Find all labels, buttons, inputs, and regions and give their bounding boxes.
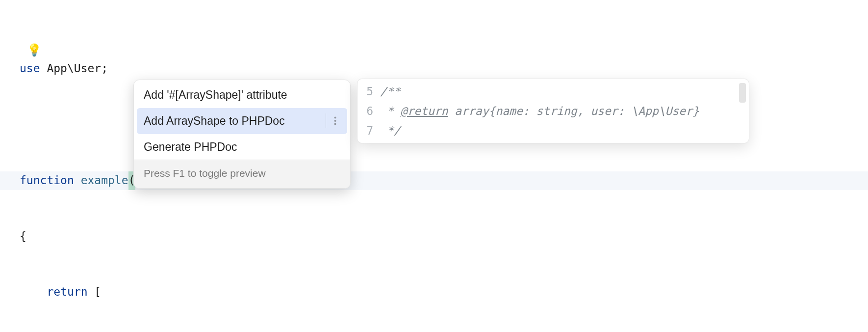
- intention-label: Generate PHPDoc: [144, 138, 237, 156]
- preview-text: */: [380, 122, 401, 140]
- line-number: 5: [357, 83, 380, 101]
- popup-hint: Press F1 to toggle preview: [134, 160, 350, 188]
- keyword-use: use: [20, 62, 40, 75]
- intention-item-arrayshape-attr[interactable]: Add '#[ArrayShape]' attribute: [134, 80, 350, 108]
- line-number: 6: [357, 102, 380, 121]
- phpdoc-tag: @return: [401, 105, 448, 117]
- function-name: example: [74, 174, 128, 187]
- intention-label: Add ArrayShape to PHPDoc: [144, 112, 285, 130]
- line-number: 7: [357, 122, 380, 140]
- preview-panel: 5 /** 6 * @return array{name: string, us…: [357, 79, 749, 143]
- preview-line: 7 */: [357, 121, 749, 141]
- intention-item-generate-phpdoc[interactable]: Generate PHPDoc: [134, 134, 350, 160]
- code-line: function example(): array: [0, 171, 868, 190]
- svg-point-1: [334, 120, 336, 122]
- lightbulb-icon[interactable]: 💡: [27, 41, 42, 60]
- preview-text: * @return array{name: string, user: \App…: [380, 102, 699, 121]
- preview-line: 6 * @return array{name: string, user: \A…: [357, 102, 749, 121]
- code-line: return [: [0, 283, 868, 302]
- code-line: use App\User;: [0, 59, 868, 78]
- intention-label: Add '#[ArrayShape]' attribute: [144, 86, 287, 104]
- keyword-return: return: [47, 285, 87, 298]
- namespace: App\User;: [40, 62, 108, 75]
- intention-item-arrayshape-phpdoc[interactable]: Add ArrayShape to PHPDoc: [137, 108, 347, 134]
- preview-line: 5 /**: [357, 82, 749, 102]
- more-actions-icon[interactable]: [326, 113, 344, 128]
- keyword-function: function: [20, 174, 74, 187]
- svg-point-2: [334, 123, 336, 125]
- intention-popup: Add '#[ArrayShape]' attribute Add ArrayS…: [133, 80, 351, 189]
- scrollbar-thumb[interactable]: [739, 83, 746, 103]
- svg-point-0: [334, 117, 336, 119]
- code-line: {: [0, 227, 868, 246]
- code-editor[interactable]: use App\User; function example(): array …: [0, 0, 868, 332]
- preview-text: /**: [380, 83, 401, 101]
